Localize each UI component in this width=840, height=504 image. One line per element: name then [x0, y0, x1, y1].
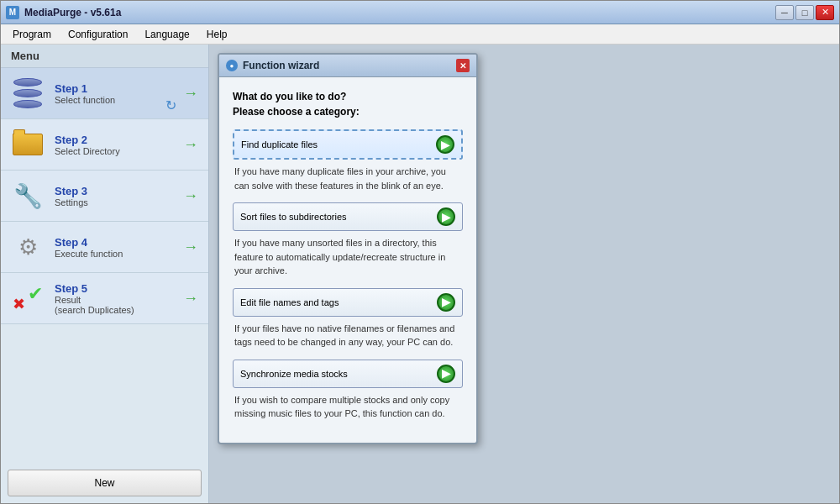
- app-icon: M: [6, 6, 19, 19]
- new-button[interactable]: New: [8, 470, 202, 496]
- sidebar: Menu Step 1 Select function: [1, 45, 209, 503]
- step2-text: Step 2 Select Directory: [55, 134, 183, 156]
- maximize-button[interactable]: □: [795, 5, 814, 20]
- option-sort[interactable]: Sort files to subdirectories ▶: [233, 202, 463, 231]
- dialog-icon: ●: [226, 60, 238, 71]
- option-edit-icon: ▶: [437, 293, 455, 312]
- step5-text: Step 5 Result (search Duplicates): [55, 282, 183, 315]
- sidebar-item-step5[interactable]: ✔ ✖ Step 5 Result (search Duplicates) →: [1, 273, 208, 324]
- step1-icon: [11, 76, 45, 110]
- step5-icon: ✔ ✖: [11, 281, 45, 315]
- dialog-content: What do you like to do? Please choose a …: [219, 77, 476, 443]
- sidebar-item-step4[interactable]: ⚙ Step 4 Execute function →: [1, 222, 208, 273]
- right-area: ● Function wizard ✕ What do you like to …: [209, 45, 839, 503]
- step3-label: Settings: [55, 197, 183, 207]
- step1-number: Step 1: [55, 82, 183, 95]
- option-sync-label: Synchronize media stocks: [240, 369, 437, 379]
- step4-arrow: →: [183, 239, 198, 256]
- step1-arrow: →: [183, 85, 198, 102]
- step2-number: Step 2: [55, 134, 183, 146]
- option-duplicates-label: Find duplicate files: [241, 139, 436, 150]
- dialog-close-button[interactable]: ✕: [456, 59, 470, 72]
- close-button[interactable]: ✕: [816, 5, 834, 20]
- step1-label: Select function: [55, 95, 183, 105]
- option-sort-label: Sort files to subdirectories: [240, 212, 437, 222]
- dialog-title: Function wizard: [243, 60, 456, 71]
- step4-icon: ⚙: [11, 230, 45, 264]
- dialog-title-bar: ● Function wizard ✕: [219, 55, 476, 77]
- menu-language[interactable]: Language: [136, 27, 197, 42]
- option-duplicates[interactable]: Find duplicate files ▶: [233, 129, 463, 160]
- window-controls: ─ □ ✕: [775, 5, 834, 20]
- option-sort-desc: If you have many unsorted files in a dir…: [233, 236, 463, 278]
- sidebar-steps: Step 1 Select function → ↻: [1, 68, 208, 463]
- step4-label: Execute function: [55, 249, 183, 259]
- menu-configuration[interactable]: Configuration: [60, 27, 136, 42]
- title-bar: M MediaPurge - v5.61a ─ □ ✕: [1, 1, 839, 24]
- option-sort-icon: ▶: [437, 207, 455, 226]
- step1-text: Step 1 Select function: [55, 82, 183, 105]
- window-title: MediaPurge - v5.61a: [24, 7, 775, 18]
- step2-icon: [11, 128, 45, 161]
- minimize-button[interactable]: ─: [775, 5, 794, 20]
- function-wizard-dialog: ● Function wizard ✕ What do you like to …: [218, 53, 478, 444]
- dialog-header: What do you like to do? Please choose a …: [233, 89, 463, 119]
- step4-text: Step 4 Execute function: [55, 236, 183, 259]
- content-area: Menu Step 1 Select function: [1, 45, 839, 503]
- option-sync-desc: If you wish to compare multiple stocks a…: [233, 393, 463, 421]
- option-edit[interactable]: Edit file names and tags ▶: [233, 288, 463, 317]
- option-edit-label: Edit file names and tags: [240, 297, 437, 307]
- step5-number: Step 5: [55, 282, 183, 295]
- step3-number: Step 3: [55, 185, 183, 197]
- option-sync[interactable]: Synchronize media stocks ▶: [233, 360, 463, 388]
- option-duplicates-desc: If you have many duplicate files in your…: [233, 165, 463, 192]
- step3-text: Step 3 Settings: [55, 185, 183, 207]
- step2-label: Select Directory: [55, 146, 183, 156]
- option-edit-desc: If your files have no native filenames o…: [233, 322, 463, 349]
- sidebar-item-step3[interactable]: 🔧 Step 3 Settings →: [1, 171, 208, 222]
- step5-label: Result: [55, 295, 183, 305]
- menu-help[interactable]: Help: [198, 27, 236, 42]
- refresh-icon: ↻: [165, 97, 176, 113]
- main-window: M MediaPurge - v5.61a ─ □ ✕ Program Conf…: [0, 0, 840, 504]
- step3-arrow: →: [183, 187, 198, 205]
- sidebar-item-step2[interactable]: Step 2 Select Directory →: [1, 119, 208, 171]
- step5-arrow: →: [183, 290, 198, 307]
- sidebar-title: Menu: [1, 45, 208, 68]
- step3-icon: 🔧: [11, 179, 45, 213]
- step5-sublabel: (search Duplicates): [55, 305, 183, 315]
- step4-number: Step 4: [55, 236, 183, 249]
- dialog-header-line2: Please choose a category:: [233, 106, 360, 118]
- menu-program[interactable]: Program: [4, 27, 60, 42]
- step2-arrow: →: [183, 136, 198, 154]
- option-sync-icon: ▶: [437, 365, 455, 383]
- sidebar-item-step1[interactable]: Step 1 Select function → ↻: [1, 68, 208, 119]
- menu-bar: Program Configuration Language Help: [1, 24, 839, 45]
- option-duplicates-icon: ▶: [436, 135, 454, 154]
- dialog-header-line1: What do you like to do?: [233, 91, 346, 102]
